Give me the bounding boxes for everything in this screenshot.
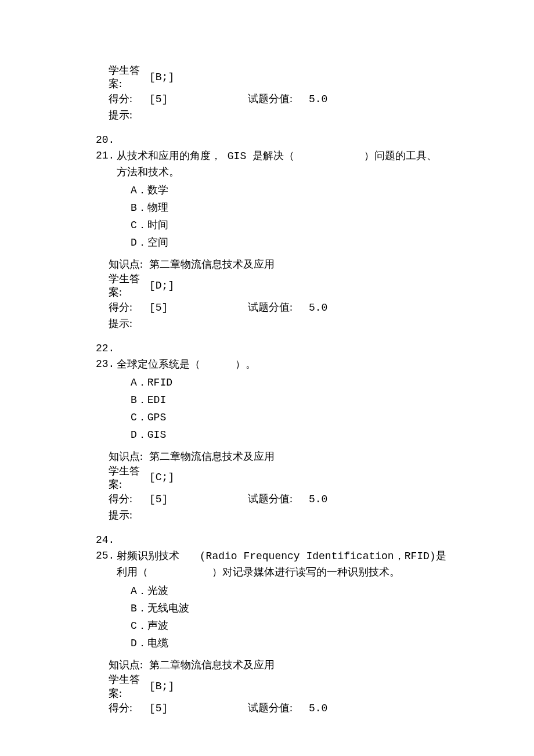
q19-score: [5] (149, 92, 248, 107)
q25-score: [5] (149, 701, 248, 717)
hint-label: 提示: (109, 107, 447, 123)
q19-meta: 学生答案: [B;] 得分: [5] 试题分值: 5.0 提示: (109, 64, 447, 123)
page: 学生答案: [B;] 得分: [5] 试题分值: 5.0 提示: 20. 21.… (0, 0, 534, 756)
q21-options: A．数学 B．物理 C．时间 D．空间 (131, 182, 447, 251)
q25-opt-a-text: 光波 (147, 585, 168, 596)
q25-points: 5.0 (309, 701, 327, 717)
q25-text-c: ）对记录媒体进行读写的一种识别技术。 (212, 566, 400, 578)
knowledge-label: 知识点: (109, 449, 149, 465)
q19-points: 5.0 (309, 92, 327, 107)
hint-label: 提示: (109, 507, 447, 523)
student-answer-label: 学生答案: (109, 64, 149, 91)
q21-text: 从技术和应用的角度， GIS 是解决（）问题的工具、方法和技术。 (117, 148, 447, 180)
q23-options: A．RFID B．EDI C．GPS D．GIS (131, 375, 447, 443)
q21: 21. 从技术和应用的角度， GIS 是解决（）问题的工具、方法和技术。 (96, 148, 447, 180)
q22-number: 22. (96, 341, 447, 357)
q21-answer: [D;] (149, 278, 174, 294)
score-label: 得分: (109, 300, 149, 315)
q25-knowledge: 第二章物流信息技术及应用 (149, 657, 275, 673)
q21-text-b: GIS 是解决（ (221, 150, 294, 162)
q25-opt-d-text: 电缆 (147, 637, 168, 649)
q23-opt-a-text: RFID (147, 377, 172, 388)
q25-text: 射频识别技术 (Radio Frequency Identification，R… (117, 548, 447, 581)
q21-opt-c-text: 时间 (147, 219, 168, 231)
q25-option-d: D．电缆 (131, 635, 447, 651)
score-label: 得分: (109, 491, 149, 507)
q21-opt-b-text: 物理 (147, 201, 168, 213)
q23-points: 5.0 (309, 492, 327, 507)
q25-answer: [B;] (149, 679, 174, 694)
q25-opt-b-text: 无线电波 (147, 602, 189, 614)
q23-meta: 知识点: 第二章物流信息技术及应用 学生答案: [C;] 得分: [5] 试题分… (109, 449, 447, 524)
q21-text-a: 从技术和应用的角度， (117, 150, 221, 161)
q23-option-d: D．GIS (131, 427, 447, 443)
points-label: 试题分值: (248, 300, 309, 315)
score-label: 得分: (109, 91, 149, 107)
q25-number: 25. (96, 548, 117, 581)
q21-option-c: C．时间 (131, 217, 447, 233)
q21-opt-d-text: 空间 (147, 236, 168, 248)
points-label: 试题分值: (248, 91, 309, 107)
student-answer-label: 学生答案: (109, 673, 149, 700)
q23-opt-d-text: GIS (147, 429, 166, 441)
q23-option-b: B．EDI (131, 392, 447, 408)
q23: 23. 全球定位系统是（）。 (96, 357, 447, 372)
hint-label: 提示: (109, 316, 447, 332)
student-answer-label: 学生答案: (109, 272, 149, 300)
q23-knowledge: 第二章物流信息技术及应用 (149, 449, 275, 465)
q21-points: 5.0 (309, 300, 327, 316)
knowledge-label: 知识点: (109, 257, 149, 272)
q23-text-a: 全球定位系统是（ (117, 358, 200, 370)
q23-opt-c-text: GPS (147, 412, 166, 423)
student-answer-label: 学生答案: (109, 465, 149, 492)
q21-number: 21. (96, 148, 117, 180)
q23-text-b: ）。 (235, 358, 256, 370)
q25-text-a: 射频识别技术 (117, 550, 179, 561)
q25-option-a: A．光波 (131, 583, 447, 599)
q23-option-a: A．RFID (131, 375, 447, 391)
q25-options: A．光波 B．无线电波 C．声波 D．电缆 (131, 583, 447, 651)
q23-text: 全球定位系统是（）。 (117, 357, 447, 372)
score-label: 得分: (109, 700, 149, 716)
q21-score: [5] (149, 300, 248, 316)
q21-knowledge: 第二章物流信息技术及应用 (149, 257, 275, 272)
q23-number: 23. (96, 357, 117, 372)
points-label: 试题分值: (248, 700, 309, 716)
q23-opt-b-text: EDI (147, 394, 166, 406)
q25-option-c: C．声波 (131, 618, 447, 634)
q21-option-d: D．空间 (131, 235, 447, 251)
q20-number: 20. (96, 132, 447, 148)
q19-answer: [B;] (149, 70, 174, 85)
q21-meta: 知识点: 第二章物流信息技术及应用 学生答案: [D;] 得分: [5] 试题分… (109, 257, 447, 332)
q23-score: [5] (149, 492, 248, 507)
q21-opt-a-text: 数学 (147, 184, 168, 196)
q25-meta: 知识点: 第二章物流信息技术及应用 学生答案: [B;] 得分: [5] 试题分… (109, 657, 447, 717)
q23-option-c: C．GPS (131, 409, 447, 426)
points-label: 试题分值: (248, 491, 309, 507)
q21-option-a: A．数学 (131, 182, 447, 199)
q25: 25. 射频识别技术 (Radio Frequency Identificati… (96, 548, 447, 581)
knowledge-label: 知识点: (109, 657, 149, 673)
q25-opt-c-text: 声波 (147, 620, 168, 631)
q24-number: 24. (96, 532, 447, 548)
q25-option-b: B．无线电波 (131, 600, 447, 617)
q21-option-b: B．物理 (131, 200, 447, 216)
q23-answer: [C;] (149, 470, 174, 485)
